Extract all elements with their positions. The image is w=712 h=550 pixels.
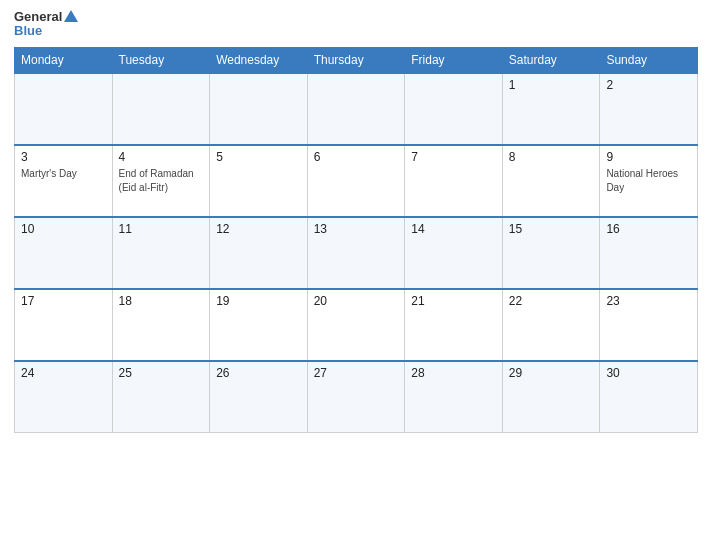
- day-number: 16: [606, 222, 691, 236]
- day-event: Martyr's Day: [21, 168, 77, 179]
- day-number: 4: [119, 150, 204, 164]
- calendar-cell: 24: [15, 361, 113, 433]
- day-number: 30: [606, 366, 691, 380]
- day-number: 20: [314, 294, 399, 308]
- calendar-cell: 30: [600, 361, 698, 433]
- day-number: 12: [216, 222, 301, 236]
- day-number: 11: [119, 222, 204, 236]
- calendar-cell: [405, 73, 503, 145]
- calendar-cell: 28: [405, 361, 503, 433]
- day-number: 5: [216, 150, 301, 164]
- day-number: 14: [411, 222, 496, 236]
- day-event: National Heroes Day: [606, 168, 678, 193]
- calendar-cell: 14: [405, 217, 503, 289]
- week-row-2: 3Martyr's Day4End of Ramadan (Eid al-Fit…: [15, 145, 698, 217]
- col-header-sunday: Sunday: [600, 47, 698, 73]
- calendar-cell: 16: [600, 217, 698, 289]
- day-event: End of Ramadan (Eid al-Fitr): [119, 168, 194, 193]
- calendar-cell: 15: [502, 217, 600, 289]
- calendar-cell: 1: [502, 73, 600, 145]
- logo-triangle-icon: [64, 10, 78, 22]
- day-number: 28: [411, 366, 496, 380]
- calendar-cell: [210, 73, 308, 145]
- day-number: 9: [606, 150, 691, 164]
- day-number: 1: [509, 78, 594, 92]
- col-header-saturday: Saturday: [502, 47, 600, 73]
- calendar-cell: 29: [502, 361, 600, 433]
- calendar-header: General Blue: [14, 10, 698, 39]
- calendar-cell: 2: [600, 73, 698, 145]
- calendar-cell: 13: [307, 217, 405, 289]
- calendar-cell: [112, 73, 210, 145]
- day-number: 21: [411, 294, 496, 308]
- col-header-thursday: Thursday: [307, 47, 405, 73]
- calendar-cell: 7: [405, 145, 503, 217]
- day-number: 6: [314, 150, 399, 164]
- calendar-cell: [307, 73, 405, 145]
- day-number: 22: [509, 294, 594, 308]
- day-number: 10: [21, 222, 106, 236]
- week-row-3: 10111213141516: [15, 217, 698, 289]
- day-number: 2: [606, 78, 691, 92]
- logo: General Blue: [14, 10, 78, 39]
- week-row-1: 12: [15, 73, 698, 145]
- calendar-cell: 27: [307, 361, 405, 433]
- calendar-cell: 10: [15, 217, 113, 289]
- calendar-cell: 26: [210, 361, 308, 433]
- calendar-cell: 17: [15, 289, 113, 361]
- day-number: 13: [314, 222, 399, 236]
- col-header-tuesday: Tuesday: [112, 47, 210, 73]
- calendar-cell: 22: [502, 289, 600, 361]
- day-number: 26: [216, 366, 301, 380]
- calendar-cell: 21: [405, 289, 503, 361]
- day-number: 19: [216, 294, 301, 308]
- week-row-4: 17181920212223: [15, 289, 698, 361]
- day-number: 3: [21, 150, 106, 164]
- calendar-cell: 11: [112, 217, 210, 289]
- day-number: 7: [411, 150, 496, 164]
- day-number: 27: [314, 366, 399, 380]
- calendar-cell: 23: [600, 289, 698, 361]
- col-header-wednesday: Wednesday: [210, 47, 308, 73]
- day-number: 25: [119, 366, 204, 380]
- calendar-cell: 25: [112, 361, 210, 433]
- calendar-cell: 3Martyr's Day: [15, 145, 113, 217]
- day-number: 8: [509, 150, 594, 164]
- calendar-cell: 4End of Ramadan (Eid al-Fitr): [112, 145, 210, 217]
- calendar-cell: 18: [112, 289, 210, 361]
- day-number: 24: [21, 366, 106, 380]
- calendar-cell: 12: [210, 217, 308, 289]
- calendar-cell: [15, 73, 113, 145]
- day-number: 15: [509, 222, 594, 236]
- logo-blue-text: Blue: [14, 24, 78, 38]
- col-header-friday: Friday: [405, 47, 503, 73]
- day-number: 23: [606, 294, 691, 308]
- calendar-cell: 5: [210, 145, 308, 217]
- calendar-cell: 19: [210, 289, 308, 361]
- calendar-table: MondayTuesdayWednesdayThursdayFridaySatu…: [14, 47, 698, 434]
- day-number: 29: [509, 366, 594, 380]
- calendar-header-row: MondayTuesdayWednesdayThursdayFridaySatu…: [15, 47, 698, 73]
- week-row-5: 24252627282930: [15, 361, 698, 433]
- calendar-cell: 20: [307, 289, 405, 361]
- day-number: 17: [21, 294, 106, 308]
- calendar-cell: 6: [307, 145, 405, 217]
- calendar-cell: 9National Heroes Day: [600, 145, 698, 217]
- logo-general-text: General: [14, 10, 62, 24]
- calendar-cell: 8: [502, 145, 600, 217]
- col-header-monday: Monday: [15, 47, 113, 73]
- day-number: 18: [119, 294, 204, 308]
